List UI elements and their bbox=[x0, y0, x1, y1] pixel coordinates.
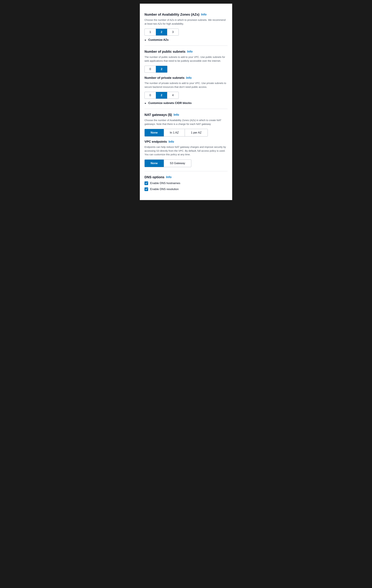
private-subnets-description: The number of private subnets to add to … bbox=[144, 81, 228, 89]
az-option-2[interactable]: 2 bbox=[156, 29, 167, 35]
dns-resolution-checkbox[interactable] bbox=[144, 187, 148, 191]
dns-section: DNS options Info Enable DNS hostnames En… bbox=[144, 171, 228, 195]
dns-resolution-label: Enable DNS resolution bbox=[150, 188, 179, 191]
vpc-endpoints-title-text: VPC endpoints bbox=[144, 140, 167, 144]
vpc-endpoints-option-none[interactable]: None bbox=[145, 160, 164, 167]
private-subnets-title-text: Number of private subnets bbox=[144, 76, 184, 80]
vpc-endpoints-subsection: VPC endpoints Info Endpoints can help re… bbox=[144, 140, 228, 167]
nat-description: Choose the number of Availability Zones … bbox=[144, 118, 228, 126]
public-subnets-option-2[interactable]: 2 bbox=[156, 66, 167, 73]
public-subnets-info-link[interactable]: Info bbox=[187, 50, 193, 53]
az-option-1[interactable]: 1 bbox=[145, 29, 156, 35]
customize-subnets-label: Customize subnets CIDR blocks bbox=[148, 101, 192, 105]
customize-subnets-arrow: ► bbox=[144, 102, 147, 105]
checkmark-icon-2 bbox=[145, 188, 148, 190]
public-subnets-description: The number of public subnets to add to y… bbox=[144, 55, 228, 63]
nat-option-in1az[interactable]: In 1 AZ bbox=[164, 129, 185, 136]
subnets-section: Number of public subnets Info The number… bbox=[144, 46, 228, 109]
private-subnets-toggle-group: 0 2 4 bbox=[144, 92, 179, 99]
nat-title: NAT gateways ($) Info bbox=[144, 113, 228, 117]
vpc-endpoints-title: VPC endpoints Info bbox=[144, 140, 228, 144]
public-subnets-title-text: Number of public subnets bbox=[144, 50, 185, 53]
nat-option-1peraz[interactable]: 1 per AZ bbox=[185, 129, 207, 136]
vpc-endpoints-toggle-group: None S3 Gateway bbox=[144, 159, 191, 167]
main-container: Number of Availability Zones (AZs) Info … bbox=[140, 3, 232, 200]
az-option-3[interactable]: 3 bbox=[167, 29, 179, 35]
private-subnets-subsection: Number of private subnets Info The numbe… bbox=[144, 76, 228, 99]
customize-subnets-row[interactable]: ► Customize subnets CIDR blocks bbox=[144, 101, 228, 105]
private-subnets-option-0[interactable]: 0 bbox=[145, 92, 156, 99]
customize-az-label: Customize AZs bbox=[148, 38, 169, 42]
nat-info-link[interactable]: Info bbox=[173, 113, 179, 116]
az-title-text: Number of Availability Zones (AZs) bbox=[144, 13, 200, 16]
nat-toggle-group: None In 1 AZ 1 per AZ bbox=[144, 129, 208, 136]
dns-hostnames-label: Enable DNS hostnames bbox=[150, 182, 180, 185]
az-toggle-group: 1 2 3 bbox=[144, 29, 179, 36]
dns-info-link[interactable]: Info bbox=[166, 175, 171, 179]
vpc-endpoints-info-link[interactable]: Info bbox=[169, 140, 174, 144]
public-subnets-title: Number of public subnets Info bbox=[144, 50, 228, 53]
az-title: Number of Availability Zones (AZs) Info bbox=[144, 13, 228, 16]
private-subnets-option-4[interactable]: 4 bbox=[167, 92, 179, 99]
private-subnets-info-link[interactable]: Info bbox=[186, 76, 192, 80]
dns-title: DNS options Info bbox=[144, 175, 228, 179]
vpc-endpoints-option-s3[interactable]: S3 Gateway bbox=[164, 160, 191, 167]
dns-hostnames-checkbox[interactable] bbox=[144, 181, 148, 185]
nat-option-none[interactable]: None bbox=[145, 129, 164, 136]
az-description: Choose the number of AZs in which to pro… bbox=[144, 18, 228, 26]
dns-hostnames-row: Enable DNS hostnames bbox=[144, 181, 228, 185]
checkmark-icon bbox=[145, 182, 148, 184]
az-info-link[interactable]: Info bbox=[201, 13, 207, 16]
vpc-endpoints-description: Endpoints can help reduce NAT gateway ch… bbox=[144, 145, 228, 157]
public-subnets-toggle-group: 0 2 bbox=[144, 66, 167, 73]
customize-az-arrow: ► bbox=[144, 39, 147, 41]
az-section: Number of Availability Zones (AZs) Info … bbox=[144, 9, 228, 46]
dns-title-text: DNS options bbox=[144, 175, 164, 179]
private-subnets-title: Number of private subnets Info bbox=[144, 76, 228, 80]
nat-title-text: NAT gateways ($) bbox=[144, 113, 172, 117]
public-subnets-option-0[interactable]: 0 bbox=[145, 66, 156, 73]
customize-az-row[interactable]: ► Customize AZs bbox=[144, 38, 228, 42]
private-subnets-option-2[interactable]: 2 bbox=[156, 92, 167, 99]
nat-vpc-section: NAT gateways ($) Info Choose the number … bbox=[144, 109, 228, 171]
dns-resolution-row: Enable DNS resolution bbox=[144, 187, 228, 191]
